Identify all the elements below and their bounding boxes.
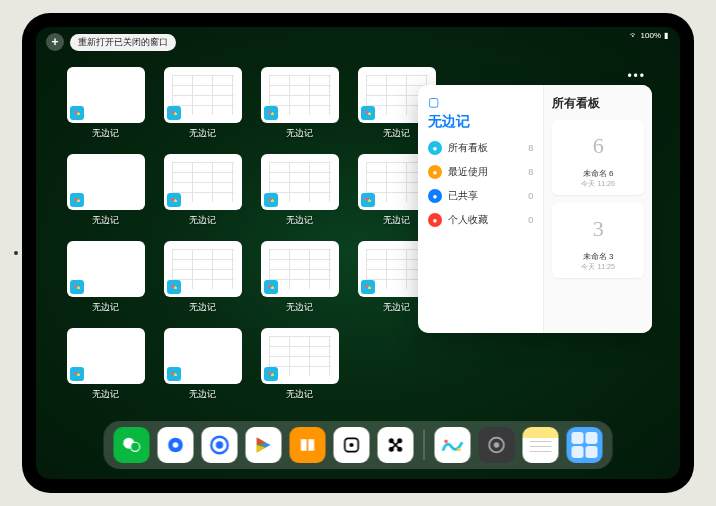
board-time: 今天 11:26 [581,179,614,189]
sidebar-item[interactable]: ●所有看板8 [428,141,533,155]
freeform-app-icon [167,280,181,294]
window-thumbnail[interactable]: 无边记 [163,67,242,140]
thumbnail-label: 无边记 [286,214,313,227]
sidebar-item-label: 已共享 [448,189,478,203]
dock-app-browser[interactable] [202,427,238,463]
freeform-app-icon [361,280,375,294]
sidebar-item-label: 所有看板 [448,141,488,155]
dock-app-qqhd[interactable] [158,427,194,463]
thumbnail-label: 无边记 [189,214,216,227]
thumbnail-label: 无边记 [383,214,410,227]
new-window-button[interactable]: + [46,33,64,51]
window-thumbnail[interactable]: 无边记 [66,154,145,227]
thumbnail-preview [261,67,339,123]
thumbnail-preview [164,241,242,297]
dock-app-notes[interactable] [523,427,559,463]
top-controls: + 重新打开已关闭的窗口 [46,33,176,51]
battery-level: 100% [641,31,661,40]
freeform-app-icon [361,193,375,207]
board-name: 未命名 6 [583,168,614,179]
board-card[interactable]: 6未命名 6今天 11:26 [552,120,644,195]
dock-app-books[interactable] [290,427,326,463]
thumbnail-preview [67,241,145,297]
reopen-closed-window-button[interactable]: 重新打开已关闭的窗口 [70,34,176,51]
freeform-app-icon [361,106,375,120]
svg-point-7 [349,443,353,447]
freeform-app-icon [70,193,84,207]
dock-app-connect[interactable] [378,427,414,463]
sidebar-item[interactable]: ●个人收藏0 [428,213,533,227]
dock-app-wechat[interactable] [114,427,150,463]
sidebar-item-count: 0 [528,191,533,201]
thumbnail-preview [164,328,242,384]
window-thumbnail[interactable]: 无边记 [163,154,242,227]
freeform-app-icon [264,193,278,207]
screen: ᯤ 100% ▮ + 重新打开已关闭的窗口 无边记无边记无边记无边记无边记无边记… [36,27,680,479]
sidebar-item-icon: ● [428,165,442,179]
svg-point-3 [173,442,179,448]
window-thumbnail[interactable]: 无边记 [163,328,242,401]
thumbnail-label: 无边记 [92,388,119,401]
freeform-app-icon [264,280,278,294]
thumbnail-preview [261,328,339,384]
status-bar: ᯤ 100% ▮ [630,31,668,40]
window-thumbnail[interactable]: 无边记 [66,241,145,314]
more-icon[interactable]: ••• [627,69,646,83]
thumbnail-preview [67,67,145,123]
freeform-app-icon [70,106,84,120]
window-thumbnail[interactable]: 无边记 [260,241,339,314]
window-thumbnail[interactable]: 无边记 [66,328,145,401]
thumbnail-label: 无边记 [92,127,119,140]
freeform-app-icon [70,280,84,294]
battery-icon: ▮ [664,31,668,40]
board-card[interactable]: 3未命名 3今天 11:25 [552,203,644,278]
freeform-app-icon [167,106,181,120]
sidebar-item-count: 8 [528,143,533,153]
window-thumbnail[interactable]: 无边记 [260,154,339,227]
thumbnail-preview [261,241,339,297]
thumbnail-label: 无边记 [383,127,410,140]
board-thumbnail: 6 [570,126,626,166]
boards-list: 6未命名 6今天 11:263未命名 3今天 11:25 [552,120,644,278]
window-thumbnail[interactable]: 无边记 [163,241,242,314]
svg-point-1 [131,442,140,451]
sidebar-item-label: 最近使用 [448,165,488,179]
window-thumbnail[interactable]: 无边记 [260,328,339,401]
dock-app-play[interactable] [246,427,282,463]
popover-content: 所有看板 6未命名 6今天 11:263未命名 3今天 11:25 [544,85,652,333]
thumbnail-preview [164,154,242,210]
board-time: 今天 11:25 [581,262,614,272]
sidebar-toggle-icon[interactable]: ▢ [428,95,533,109]
content-title: 所有看板 [552,95,644,112]
freeform-app-icon [264,106,278,120]
svg-point-15 [494,442,500,448]
popover-sidebar: ▢ 无边记 ●所有看板8●最近使用8●已共享0●个人收藏0 [418,85,544,333]
sidebar-item-count: 0 [528,215,533,225]
board-name: 未命名 3 [583,251,614,262]
thumbnail-label: 无边记 [286,301,313,314]
dock [104,421,613,469]
thumbnail-label: 无边记 [92,301,119,314]
freeform-app-icon [264,367,278,381]
sidebar-item[interactable]: ●已共享0 [428,189,533,203]
svg-point-12 [444,440,448,444]
dock-app-settings[interactable] [479,427,515,463]
ipad-frame: ᯤ 100% ▮ + 重新打开已关闭的窗口 无边记无边记无边记无边记无边记无边记… [22,13,694,493]
sidebar-item[interactable]: ●最近使用8 [428,165,533,179]
thumbnail-preview [67,154,145,210]
dock-app-dice[interactable] [334,427,370,463]
thumbnail-label: 无边记 [189,127,216,140]
window-thumbnails-grid: 无边记无边记无边记无边记无边记无边记无边记无边记无边记无边记无边记无边记无边记无… [66,67,436,401]
wifi-icon: ᯤ [630,31,638,40]
freeform-app-icon [70,367,84,381]
thumbnail-label: 无边记 [286,127,313,140]
dock-app-freeform[interactable] [435,427,471,463]
window-thumbnail[interactable]: 无边记 [260,67,339,140]
dock-app-folder[interactable] [567,427,603,463]
popover-title: 无边记 [428,113,533,131]
thumbnail-label: 无边记 [189,301,216,314]
sidebar-item-label: 个人收藏 [448,213,488,227]
svg-point-5 [216,441,223,448]
window-thumbnail[interactable]: 无边记 [66,67,145,140]
thumbnail-label: 无边记 [383,301,410,314]
